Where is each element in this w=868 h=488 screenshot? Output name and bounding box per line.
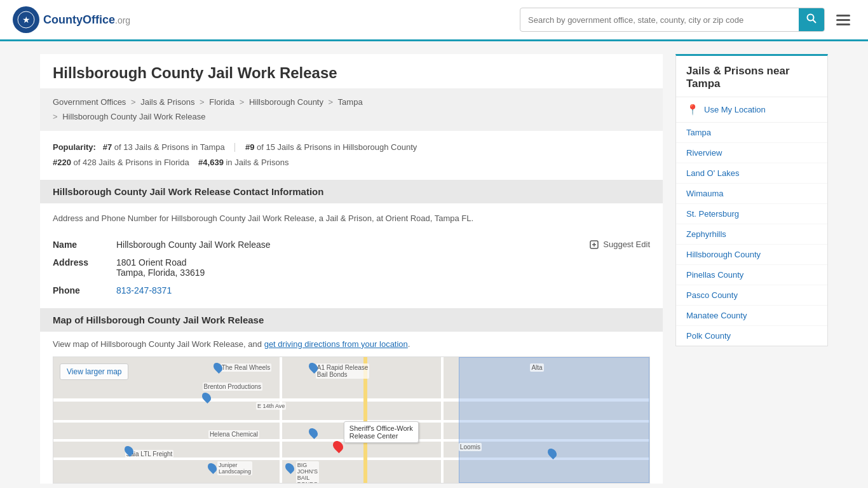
map-label-brenton: Brenton Productions bbox=[203, 383, 263, 391]
sidebar-link-hillsborough-county[interactable]: Hillsborough County bbox=[676, 245, 827, 265]
marker-saia bbox=[125, 445, 133, 456]
logo-text: CountyOffice.org bbox=[43, 13, 130, 27]
sidebar-link-pasco-county[interactable]: Pasco County bbox=[676, 285, 827, 306]
sidebar-title: Jails & Prisons near Tampa bbox=[676, 56, 827, 97]
marker-bigjohn: BIG JOHN'SBAIL BONDS bbox=[286, 463, 294, 473]
breadcrumb-link-hillsborough[interactable]: Hillsborough County bbox=[249, 97, 323, 107]
marker-loomis bbox=[548, 448, 556, 458]
breadcrumb-link-tampa[interactable]: Tampa bbox=[338, 97, 363, 107]
rank3-badge: #220 bbox=[53, 158, 71, 167]
driving-directions-link[interactable]: get driving directions from your locatio… bbox=[264, 339, 408, 349]
map-label-14th: E 14th Ave bbox=[256, 402, 286, 410]
marker-brenton bbox=[203, 392, 210, 402]
map-label-bail: A1 Rapid ReleaseBail Bonds bbox=[316, 363, 370, 379]
map-background: The Real Wheels Brenton Productions A1 R… bbox=[53, 357, 649, 483]
popularity-label: Popularity: bbox=[53, 142, 96, 152]
breadcrumb-link-florida[interactable]: Florida bbox=[209, 97, 234, 107]
phone-row: Phone 813-247-8371 bbox=[53, 281, 650, 299]
map-label-wheels: The Real Wheels bbox=[220, 363, 272, 372]
sidebar-link-st-petersburg[interactable]: St. Petersburg bbox=[676, 204, 827, 224]
phone-label: Phone bbox=[53, 285, 116, 295]
rank2-badge: #9 bbox=[245, 142, 254, 152]
info-table: Name Hillsborough County Jail Work Relea… bbox=[40, 232, 663, 308]
sidebar-link-manatee-county[interactable]: Manatee County bbox=[676, 306, 827, 326]
svg-text:★: ★ bbox=[22, 15, 31, 25]
map-label-alta: Alta bbox=[530, 363, 543, 372]
rank4-text: in Jails & Prisons bbox=[226, 158, 288, 167]
marker-helena bbox=[309, 428, 317, 438]
svg-line-3 bbox=[813, 20, 816, 23]
sidebar: Jails & Prisons near Tampa 📍 Use My Loca… bbox=[675, 54, 828, 484]
name-row: Name Hillsborough County Jail Work Relea… bbox=[53, 236, 650, 254]
rank1-text: of 13 Jails & Prisons in Tampa bbox=[114, 142, 225, 152]
use-my-location-button[interactable]: 📍 Use My Location bbox=[676, 97, 827, 123]
location-pin-icon: 📍 bbox=[686, 104, 699, 116]
sidebar-link-riverview[interactable]: Riverview bbox=[676, 143, 827, 163]
sidebar-link-polk-county[interactable]: Polk County bbox=[676, 326, 827, 346]
header: ★ CountyOffice.org bbox=[0, 0, 868, 41]
name-label: Name bbox=[53, 240, 116, 250]
content-area: Hillsborough County Jail Work Release Go… bbox=[40, 54, 663, 484]
suggest-edit-button[interactable]: Suggest Edit bbox=[589, 240, 650, 250]
phone-value: 813-247-8371 bbox=[116, 285, 650, 295]
sidebar-link-land-o-lakes[interactable]: Land O' Lakes bbox=[676, 163, 827, 184]
marker-wheels bbox=[214, 362, 222, 372]
breadcrumb: Government Offices > Jails & Prisons > F… bbox=[40, 88, 663, 131]
address-value: 1801 Orient Road Tampa, Florida, 33619 bbox=[116, 257, 650, 278]
header-right bbox=[520, 8, 855, 32]
phone-link[interactable]: 813-247-8371 bbox=[116, 285, 172, 295]
search-input[interactable] bbox=[520, 10, 799, 30]
location-balloon: Sheriff's Office-WorkRelease Center bbox=[344, 421, 419, 443]
page-title: Hillsborough County Jail Work Release bbox=[40, 54, 663, 88]
contact-section-header: Hillsborough County Jail Work Release Co… bbox=[40, 180, 663, 203]
contact-description: Address and Phone Number for Hillsboroug… bbox=[40, 203, 663, 232]
rank1-badge: #7 bbox=[103, 142, 112, 152]
marker-a1 bbox=[309, 362, 317, 372]
map-section-header: Map of Hillsborough County Jail Work Rel… bbox=[40, 308, 663, 332]
logo-area: ★ CountyOffice.org bbox=[13, 6, 130, 33]
map-label-helena: Helena Chemical bbox=[208, 430, 259, 438]
sidebar-link-wimauma[interactable]: Wimauma bbox=[676, 184, 827, 204]
menu-button[interactable] bbox=[831, 10, 855, 30]
sidebar-link-tampa[interactable]: Tampa bbox=[676, 123, 827, 143]
address-label: Address bbox=[53, 257, 116, 268]
popularity-section: Popularity: #7 of 13 Jails & Prisons in … bbox=[40, 131, 663, 180]
sidebar-link-pinellas-county[interactable]: Pinellas County bbox=[676, 265, 827, 285]
search-button[interactable] bbox=[799, 8, 824, 31]
rank2-text: of 15 Jails & Prisons in Hillsborough Co… bbox=[257, 142, 417, 152]
view-larger-map-button[interactable]: View larger map bbox=[60, 363, 128, 380]
rank4-badge: #4,639 bbox=[198, 158, 224, 167]
marker-juniper: Juniper Landscaping bbox=[208, 463, 216, 473]
logo-icon: ★ bbox=[13, 6, 39, 33]
breadcrumb-current: Hillsborough County Jail Work Release bbox=[62, 112, 205, 121]
map-label-loomis: Loomis bbox=[459, 443, 482, 451]
sidebar-box: Jails & Prisons near Tampa 📍 Use My Loca… bbox=[675, 54, 828, 346]
sidebar-link-zephyrhills[interactable]: Zephyrhills bbox=[676, 224, 827, 245]
breadcrumb-link-gov[interactable]: Government Offices bbox=[53, 97, 126, 107]
name-value: Hillsborough County Jail Work Release bbox=[116, 240, 589, 250]
map-container: The Real Wheels Brenton Productions A1 R… bbox=[53, 356, 650, 484]
address-row: Address 1801 Orient Road Tampa, Florida,… bbox=[53, 254, 650, 281]
search-bar bbox=[520, 8, 825, 32]
main-container: Hillsborough County Jail Work Release Go… bbox=[27, 41, 841, 488]
map-description: View map of Hillsborough County Jail Wor… bbox=[40, 332, 663, 356]
rank3-text: of 428 Jails & Prisons in Florida bbox=[74, 158, 189, 167]
breadcrumb-link-jails[interactable]: Jails & Prisons bbox=[140, 97, 194, 107]
